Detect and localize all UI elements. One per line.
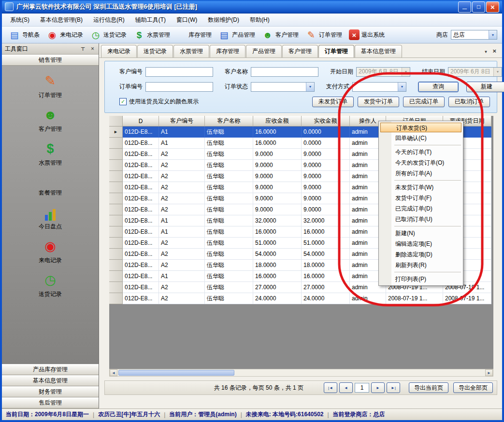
tab-item[interactable]: 库存管理 bbox=[210, 45, 245, 57]
grid-cell[interactable]: 012D-E8... bbox=[123, 249, 159, 260]
grid-cell[interactable]: A2 bbox=[159, 282, 205, 293]
toolbar-button[interactable]: ◉来电记录 bbox=[43, 28, 86, 42]
sidebar-item[interactable]: ◷送货记录 bbox=[2, 272, 99, 298]
grid-cell[interactable]: 51.0000 bbox=[302, 238, 350, 249]
context-menu-item[interactable]: 未发货订单(W) bbox=[380, 182, 462, 193]
order-status-filter-button[interactable]: 已取消订单 bbox=[448, 97, 490, 107]
grid-cell[interactable]: 伍华聪 bbox=[205, 215, 253, 226]
context-menu-item[interactable]: 今天的发货订单(O) bbox=[380, 157, 462, 168]
toolbar-button[interactable]: ◷送货记录 bbox=[87, 28, 130, 42]
grid-cell[interactable]: A2 bbox=[159, 204, 205, 215]
grid-cell[interactable]: A2 bbox=[159, 160, 205, 171]
close-icon[interactable] bbox=[486, 1, 499, 13]
grid-cell[interactable]: 27.0000 bbox=[253, 282, 302, 293]
tab-close-icon[interactable] bbox=[492, 47, 496, 55]
grid-cell[interactable]: 伍华聪 bbox=[205, 182, 253, 193]
grid-cell[interactable]: 012D-E8... bbox=[123, 138, 159, 149]
grid-cell[interactable]: 18.0000 bbox=[253, 260, 302, 271]
toolbar-button[interactable]: ×退出系统 bbox=[346, 28, 388, 41]
grid-column-header[interactable]: 客户编号 bbox=[159, 116, 205, 127]
scroll-right-icon[interactable] bbox=[485, 369, 493, 376]
grid-cell[interactable]: 伍华聪 bbox=[205, 271, 253, 282]
panel-close-icon[interactable] bbox=[88, 45, 97, 53]
context-menu-item[interactable]: 发货中订单(F) bbox=[380, 193, 462, 203]
sidebar-group-button[interactable]: 财务管理 bbox=[2, 386, 99, 397]
grid-column-header[interactable]: 应收金额 bbox=[253, 116, 302, 127]
export-all-pages-button[interactable]: 导出全部页 bbox=[453, 382, 493, 393]
grid-cell[interactable]: A1 bbox=[159, 226, 205, 238]
grid-cell[interactable]: 012D-E8... bbox=[123, 215, 159, 226]
grid-cell[interactable]: 012D-E8... bbox=[123, 160, 159, 171]
grid-cell[interactable]: 51.0000 bbox=[253, 238, 302, 249]
tab-item[interactable]: 基本信息管理 bbox=[355, 45, 402, 57]
grid-cell[interactable]: 54.0000 bbox=[253, 249, 302, 260]
grid-cell[interactable]: 0.0000 bbox=[302, 138, 350, 149]
grid-cell[interactable]: 伍华聪 bbox=[205, 226, 253, 238]
grid-cell[interactable]: A2 bbox=[159, 182, 205, 193]
sidebar-item[interactable]: 今日盘点 bbox=[2, 204, 99, 231]
grid-cell[interactable]: 012D-E8... bbox=[123, 171, 159, 182]
toolbar-button[interactable]: ▤导航条 bbox=[6, 28, 43, 42]
menubar-item[interactable]: 帮助(H) bbox=[245, 14, 275, 26]
grid-cell[interactable]: 012D-E8... bbox=[123, 149, 159, 160]
sidebar-group-button[interactable]: 产品库存管理 bbox=[2, 364, 99, 375]
grid-cell[interactable]: 9.0000 bbox=[253, 182, 302, 193]
context-menu-item[interactable]: 已完成订单(D) bbox=[380, 203, 462, 214]
grid-cell[interactable]: 9.0000 bbox=[302, 171, 350, 182]
grid-cell[interactable]: 2008-07-19 1... bbox=[386, 293, 443, 304]
grid-cell[interactable]: A2 bbox=[159, 238, 205, 249]
grid-cell[interactable]: 27.0000 bbox=[302, 282, 350, 293]
toolbar-button[interactable]: ☻客户管理 bbox=[259, 28, 302, 42]
grid-cell[interactable]: 2008-07-19 1... bbox=[443, 293, 491, 304]
grid-cell[interactable]: 9.0000 bbox=[253, 149, 302, 160]
grid-cell[interactable]: 16.0000 bbox=[302, 226, 350, 238]
grid-cell[interactable]: 16.0000 bbox=[253, 138, 302, 149]
context-menu-item[interactable]: 已取消订单(U) bbox=[380, 214, 462, 225]
chevron-down-icon[interactable] bbox=[489, 30, 497, 39]
context-menu-item[interactable]: 新建(N) bbox=[380, 228, 462, 239]
grid-cell[interactable]: 伍华聪 bbox=[205, 282, 253, 293]
grid-cell[interactable]: 16.0000 bbox=[253, 226, 302, 238]
grid-cell[interactable]: 伍华聪 bbox=[205, 293, 253, 304]
grid-cell[interactable]: 伍华聪 bbox=[205, 193, 253, 204]
grid-cell[interactable]: 012D-E8... bbox=[123, 182, 159, 193]
customer-no-input[interactable] bbox=[145, 67, 213, 77]
order-status-filter-button[interactable]: 已完成订单 bbox=[403, 97, 445, 107]
tab-item[interactable]: 来电记录 bbox=[101, 45, 137, 57]
grid-cell[interactable]: A2 bbox=[159, 249, 205, 260]
horizontal-scrollbar[interactable] bbox=[109, 369, 493, 377]
grid-cell[interactable]: 16.0000 bbox=[253, 271, 302, 282]
grid-cell[interactable]: 9.0000 bbox=[302, 204, 350, 215]
grid-cell[interactable]: 32.0000 bbox=[302, 215, 350, 226]
grid-cell[interactable]: 24.0000 bbox=[302, 293, 350, 304]
chevron-down-icon[interactable] bbox=[306, 83, 314, 91]
grid-cell[interactable]: 32.0000 bbox=[253, 215, 302, 226]
start-date-picker[interactable]: 2009年 6月 8日 bbox=[356, 67, 410, 77]
grid-cell[interactable]: 伍华聪 bbox=[205, 171, 253, 182]
grid-cell[interactable]: admin bbox=[350, 293, 386, 304]
grid-cell[interactable]: 伍华聪 bbox=[205, 249, 253, 260]
chevron-down-icon[interactable] bbox=[493, 68, 502, 76]
grid-cell[interactable]: A2 bbox=[159, 193, 205, 204]
grid-cell[interactable]: 012D-E8... bbox=[123, 204, 159, 215]
end-date-picker[interactable]: 2009年 6月 8日 bbox=[448, 67, 502, 77]
toolbar-button[interactable]: ▤产品管理 bbox=[216, 28, 258, 42]
context-menu-item[interactable]: 所有的订单(A) bbox=[380, 168, 462, 179]
grid-cell[interactable]: 伍华聪 bbox=[205, 138, 253, 149]
restore-icon[interactable] bbox=[472, 1, 485, 13]
grid-cell[interactable]: 012D-E8... bbox=[123, 260, 159, 271]
grid-cell[interactable]: 伍华聪 bbox=[205, 127, 253, 138]
tab-item[interactable]: 送货记录 bbox=[137, 45, 173, 57]
order-status-filter-button[interactable]: 发货中订单 bbox=[358, 97, 399, 107]
prev-page-button[interactable] bbox=[339, 382, 353, 393]
grid-cell[interactable]: 0.0000 bbox=[302, 127, 350, 138]
grid-cell[interactable]: 9.0000 bbox=[253, 204, 302, 215]
new-order-button[interactable]: 新建 bbox=[466, 82, 504, 92]
context-menu-item[interactable]: 编辑选定项(E) bbox=[380, 239, 462, 249]
context-menu-item[interactable]: 今天的订单(T) bbox=[380, 147, 462, 157]
sidebar-group-button[interactable]: 售后管理 bbox=[2, 397, 99, 408]
tab-item[interactable]: 水票管理 bbox=[173, 45, 209, 57]
grid-column-header[interactable]: D bbox=[123, 116, 159, 127]
sidebar-item[interactable]: $水票管理 bbox=[2, 141, 99, 167]
context-menu-item[interactable]: 回单确认(C) bbox=[380, 133, 462, 143]
